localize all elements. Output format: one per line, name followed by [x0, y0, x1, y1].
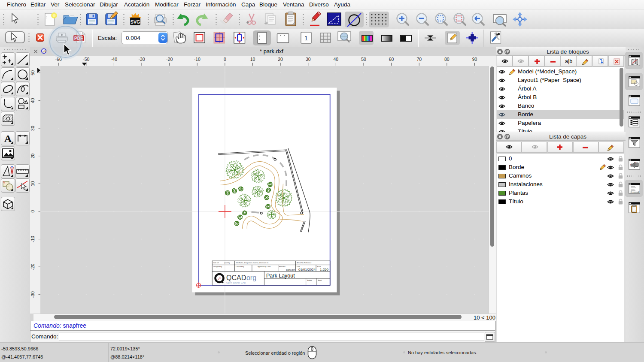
- svg-text:0: 0: [30, 210, 35, 212]
- svg-text:SVG: SVG: [130, 19, 140, 24]
- svg-text:-30: -30: [30, 291, 35, 298]
- svg-text:.org: .org: [245, 274, 257, 281]
- svg-text:70: 70: [416, 57, 422, 62]
- svg-text:30: 30: [306, 57, 311, 62]
- svg-text:-20: -20: [166, 57, 173, 62]
- svg-text:C: command: C: command: [631, 191, 639, 193]
- svg-text:-30: -30: [138, 57, 145, 62]
- svg-text:20: 20: [30, 153, 35, 158]
- svg-text:1: 1: [304, 35, 308, 42]
- svg-text:Title/Name, designation, mater: Title/Name, designation, material, dimen…: [236, 262, 269, 264]
- svg-text:Edition: Edition: [307, 280, 312, 281]
- svg-text:01/01/2024: 01/01/2024: [298, 268, 316, 272]
- svg-text:Article No./Reference: Article No./Reference: [297, 262, 311, 264]
- svg-text:-40: -40: [111, 57, 117, 62]
- svg-text:50: 50: [361, 57, 366, 62]
- svg-text:-10: -10: [194, 57, 200, 62]
- svg-text:40: 40: [30, 98, 35, 103]
- svg-text:90: 90: [472, 57, 477, 62]
- svg-text:Checked by: Checked by: [236, 266, 244, 268]
- svg-text:50: 50: [30, 70, 35, 75]
- svg-text:park.dxf: park.dxf: [286, 268, 295, 271]
- svg-text:Approved by - date: Approved by - date: [258, 266, 270, 268]
- svg-text:QCAD: QCAD: [226, 274, 246, 281]
- svg-text:0: 0: [224, 57, 226, 62]
- svg-text:Filename: Filename: [279, 266, 286, 268]
- svg-text:10: 10: [250, 57, 255, 62]
- svg-text:-10: -10: [30, 235, 35, 242]
- svg-text:Sheet: Sheet: [318, 280, 322, 281]
- svg-text:30: 30: [30, 126, 35, 131]
- svg-text:-50: -50: [83, 57, 89, 62]
- svg-text:60: 60: [389, 57, 394, 62]
- svg-text:A: A: [4, 133, 12, 144]
- svg-text:1:250: 1:250: [320, 268, 329, 272]
- svg-text:80: 80: [444, 57, 450, 62]
- svg-text:40: 40: [334, 57, 339, 62]
- svg-text:Item ref: Item ref: [213, 262, 219, 264]
- svg-text:20: 20: [278, 57, 283, 62]
- svg-text:Open Source CAD: Open Source CAD: [226, 281, 246, 284]
- svg-text:Designed by: Designed by: [213, 266, 222, 268]
- svg-text:Park Layout: Park Layout: [266, 272, 295, 278]
- svg-text:-20: -20: [30, 263, 35, 270]
- svg-text:Quantity: Quantity: [224, 262, 230, 264]
- svg-text:10: 10: [30, 181, 35, 186]
